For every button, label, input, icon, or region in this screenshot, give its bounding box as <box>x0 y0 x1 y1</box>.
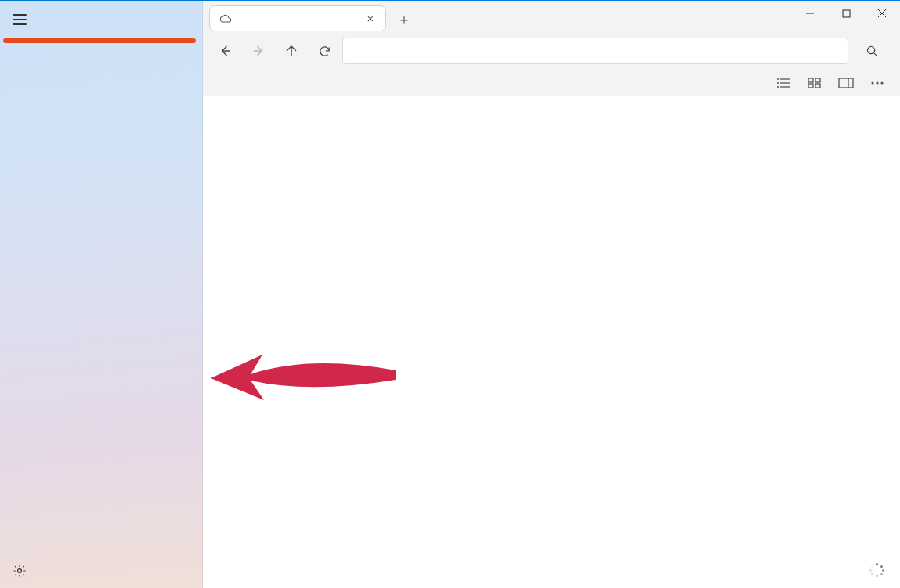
svg-rect-13 <box>808 78 813 82</box>
svg-line-6 <box>873 52 877 56</box>
gear-icon <box>13 564 27 578</box>
sidebar <box>0 1 203 588</box>
sidebar-tree <box>0 38 202 552</box>
annotation-highlight <box>3 38 196 43</box>
settings-button[interactable] <box>0 552 202 588</box>
tiles-view-button[interactable] <box>804 74 825 92</box>
svg-point-5 <box>867 46 874 53</box>
window-minimize-button[interactable] <box>792 1 828 26</box>
titlebar: × ＋ <box>203 1 900 32</box>
breadcrumb[interactable] <box>342 38 848 64</box>
search-button[interactable] <box>858 38 886 64</box>
svg-rect-14 <box>815 78 820 82</box>
main-pane: × ＋ <box>203 1 900 588</box>
svg-rect-17 <box>839 78 853 88</box>
svg-rect-2 <box>843 10 850 17</box>
window-close-button[interactable] <box>864 1 900 26</box>
window-maximize-button[interactable] <box>828 1 864 26</box>
svg-rect-15 <box>808 84 813 88</box>
svg-point-20 <box>876 81 878 84</box>
view-toolbar <box>203 70 900 96</box>
details-view-button[interactable] <box>773 74 793 92</box>
new-tab-button[interactable]: ＋ <box>397 10 411 29</box>
more-options-button[interactable] <box>867 74 887 92</box>
svg-point-21 <box>880 81 883 84</box>
svg-rect-16 <box>815 84 820 88</box>
svg-point-0 <box>18 568 22 572</box>
preview-pane-button[interactable] <box>836 74 856 92</box>
forward-button[interactable] <box>244 37 273 65</box>
cloud-icon <box>219 14 232 23</box>
refresh-button[interactable] <box>309 37 339 65</box>
file-grid <box>203 96 900 588</box>
loading-spinner-icon <box>870 563 884 577</box>
tab-close-button[interactable]: × <box>362 12 379 25</box>
nav-bar <box>203 32 900 70</box>
svg-point-19 <box>871 81 873 84</box>
annotation-arrow <box>208 331 403 425</box>
menu-button[interactable] <box>13 14 27 25</box>
up-button[interactable] <box>277 37 306 65</box>
tab-active[interactable]: × <box>209 5 386 31</box>
back-button[interactable] <box>211 37 240 65</box>
